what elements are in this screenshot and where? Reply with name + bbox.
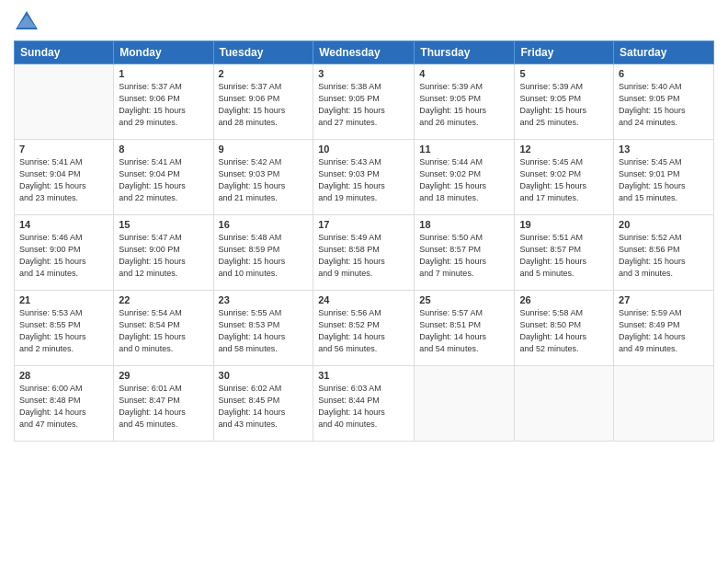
day-cell: 27Sunrise: 5:59 AM Sunset: 8:49 PM Dayli…: [614, 291, 714, 366]
day-detail: Sunrise: 5:42 AM Sunset: 9:03 PM Dayligh…: [219, 156, 309, 204]
day-number: 8: [119, 144, 208, 155]
week-row-1: 1Sunrise: 5:37 AM Sunset: 9:06 PM Daylig…: [15, 64, 714, 140]
day-detail: Sunrise: 5:47 AM Sunset: 9:00 PM Dayligh…: [119, 232, 208, 280]
day-number: 3: [318, 68, 409, 79]
day-cell: 6Sunrise: 5:40 AM Sunset: 9:05 PM Daylig…: [614, 64, 714, 140]
day-number: 21: [19, 294, 108, 305]
col-header-saturday: Saturday: [614, 41, 714, 64]
day-number: 13: [619, 144, 709, 155]
day-number: 18: [419, 219, 509, 230]
col-header-sunday: Sunday: [15, 41, 114, 64]
day-detail: Sunrise: 6:01 AM Sunset: 8:47 PM Dayligh…: [119, 383, 208, 431]
day-cell: 15Sunrise: 5:47 AM Sunset: 9:00 PM Dayli…: [114, 215, 213, 291]
calendar-header-row: SundayMondayTuesdayWednesdayThursdayFrid…: [15, 41, 714, 64]
day-number: 23: [219, 294, 309, 305]
day-detail: Sunrise: 5:51 AM Sunset: 8:57 PM Dayligh…: [519, 232, 609, 280]
day-number: 17: [318, 219, 409, 230]
day-cell: 14Sunrise: 5:46 AM Sunset: 9:00 PM Dayli…: [15, 215, 114, 291]
day-number: 20: [619, 219, 709, 230]
day-detail: Sunrise: 5:37 AM Sunset: 9:06 PM Dayligh…: [119, 81, 208, 129]
day-number: 27: [619, 294, 709, 305]
day-cell: 28Sunrise: 6:00 AM Sunset: 8:48 PM Dayli…: [15, 366, 114, 442]
day-detail: Sunrise: 5:53 AM Sunset: 8:55 PM Dayligh…: [19, 307, 108, 355]
day-cell: 30Sunrise: 6:02 AM Sunset: 8:45 PM Dayli…: [213, 366, 313, 442]
week-row-5: 28Sunrise: 6:00 AM Sunset: 8:48 PM Dayli…: [15, 366, 714, 442]
col-header-monday: Monday: [114, 41, 213, 64]
day-cell: 5Sunrise: 5:39 AM Sunset: 9:05 PM Daylig…: [515, 64, 614, 140]
day-number: 30: [219, 370, 309, 381]
day-cell: 13Sunrise: 5:45 AM Sunset: 9:01 PM Dayli…: [614, 140, 714, 215]
day-detail: Sunrise: 5:37 AM Sunset: 9:06 PM Dayligh…: [219, 81, 309, 129]
header: [14, 9, 714, 35]
day-cell: 12Sunrise: 5:45 AM Sunset: 9:02 PM Dayli…: [515, 140, 614, 215]
day-cell: 24Sunrise: 5:56 AM Sunset: 8:52 PM Dayli…: [313, 291, 415, 366]
day-detail: Sunrise: 5:55 AM Sunset: 8:53 PM Dayligh…: [219, 307, 309, 355]
day-detail: Sunrise: 5:41 AM Sunset: 9:04 PM Dayligh…: [119, 156, 208, 204]
day-cell: 2Sunrise: 5:37 AM Sunset: 9:06 PM Daylig…: [213, 64, 313, 140]
day-cell: 10Sunrise: 5:43 AM Sunset: 9:03 PM Dayli…: [313, 140, 415, 215]
day-cell: 4Sunrise: 5:39 AM Sunset: 9:05 PM Daylig…: [415, 64, 515, 140]
col-header-thursday: Thursday: [415, 41, 515, 64]
week-row-3: 14Sunrise: 5:46 AM Sunset: 9:00 PM Dayli…: [15, 215, 714, 291]
day-number: 29: [119, 370, 208, 381]
day-detail: Sunrise: 5:44 AM Sunset: 9:02 PM Dayligh…: [419, 156, 509, 204]
day-number: 7: [19, 144, 108, 155]
day-cell: 29Sunrise: 6:01 AM Sunset: 8:47 PM Dayli…: [114, 366, 213, 442]
day-cell: 1Sunrise: 5:37 AM Sunset: 9:06 PM Daylig…: [114, 64, 213, 140]
day-number: 14: [19, 219, 108, 230]
logo-icon: [14, 9, 40, 35]
day-cell: 19Sunrise: 5:51 AM Sunset: 8:57 PM Dayli…: [515, 215, 614, 291]
day-detail: Sunrise: 5:58 AM Sunset: 8:50 PM Dayligh…: [519, 307, 609, 355]
day-detail: Sunrise: 5:57 AM Sunset: 8:51 PM Dayligh…: [419, 307, 509, 355]
day-cell: 16Sunrise: 5:48 AM Sunset: 8:59 PM Dayli…: [213, 215, 313, 291]
day-cell: 17Sunrise: 5:49 AM Sunset: 8:58 PM Dayli…: [313, 215, 415, 291]
day-detail: Sunrise: 5:59 AM Sunset: 8:49 PM Dayligh…: [619, 307, 709, 355]
day-detail: Sunrise: 5:50 AM Sunset: 8:57 PM Dayligh…: [419, 232, 509, 280]
day-cell: [415, 366, 515, 442]
week-row-2: 7Sunrise: 5:41 AM Sunset: 9:04 PM Daylig…: [15, 140, 714, 215]
page: SundayMondayTuesdayWednesdayThursdayFrid…: [0, 0, 728, 563]
logo: [14, 9, 43, 35]
day-number: 2: [219, 68, 309, 79]
svg-marker-1: [17, 15, 36, 28]
col-header-wednesday: Wednesday: [313, 41, 415, 64]
day-number: 5: [519, 68, 609, 79]
day-cell: [15, 64, 114, 140]
day-number: 15: [119, 219, 208, 230]
day-number: 10: [318, 144, 409, 155]
day-detail: Sunrise: 5:41 AM Sunset: 9:04 PM Dayligh…: [19, 156, 108, 204]
day-cell: 11Sunrise: 5:44 AM Sunset: 9:02 PM Dayli…: [415, 140, 515, 215]
day-cell: 23Sunrise: 5:55 AM Sunset: 8:53 PM Dayli…: [213, 291, 313, 366]
day-number: 24: [318, 294, 409, 305]
col-header-tuesday: Tuesday: [213, 41, 313, 64]
day-number: 25: [419, 294, 509, 305]
col-header-friday: Friday: [515, 41, 614, 64]
day-number: 1: [119, 68, 208, 79]
day-number: 9: [219, 144, 309, 155]
day-number: 16: [219, 219, 309, 230]
day-number: 31: [318, 370, 409, 381]
day-number: 11: [419, 144, 509, 155]
day-cell: 9Sunrise: 5:42 AM Sunset: 9:03 PM Daylig…: [213, 140, 313, 215]
day-cell: 22Sunrise: 5:54 AM Sunset: 8:54 PM Dayli…: [114, 291, 213, 366]
day-detail: Sunrise: 6:03 AM Sunset: 8:44 PM Dayligh…: [318, 383, 409, 431]
day-detail: Sunrise: 5:54 AM Sunset: 8:54 PM Dayligh…: [119, 307, 208, 355]
day-detail: Sunrise: 5:45 AM Sunset: 9:02 PM Dayligh…: [519, 156, 609, 204]
day-detail: Sunrise: 5:48 AM Sunset: 8:59 PM Dayligh…: [219, 232, 309, 280]
week-row-4: 21Sunrise: 5:53 AM Sunset: 8:55 PM Dayli…: [15, 291, 714, 366]
day-cell: [614, 366, 714, 442]
day-number: 28: [19, 370, 108, 381]
day-detail: Sunrise: 6:00 AM Sunset: 8:48 PM Dayligh…: [19, 383, 108, 431]
day-detail: Sunrise: 6:02 AM Sunset: 8:45 PM Dayligh…: [219, 383, 309, 431]
day-number: 6: [619, 68, 709, 79]
day-detail: Sunrise: 5:40 AM Sunset: 9:05 PM Dayligh…: [619, 81, 709, 129]
day-detail: Sunrise: 5:46 AM Sunset: 9:00 PM Dayligh…: [19, 232, 108, 280]
day-number: 19: [519, 219, 609, 230]
day-detail: Sunrise: 5:56 AM Sunset: 8:52 PM Dayligh…: [318, 307, 409, 355]
day-cell: 3Sunrise: 5:38 AM Sunset: 9:05 PM Daylig…: [313, 64, 415, 140]
day-cell: 26Sunrise: 5:58 AM Sunset: 8:50 PM Dayli…: [515, 291, 614, 366]
day-detail: Sunrise: 5:43 AM Sunset: 9:03 PM Dayligh…: [318, 156, 409, 204]
day-cell: 18Sunrise: 5:50 AM Sunset: 8:57 PM Dayli…: [415, 215, 515, 291]
day-detail: Sunrise: 5:49 AM Sunset: 8:58 PM Dayligh…: [318, 232, 409, 280]
day-cell: 21Sunrise: 5:53 AM Sunset: 8:55 PM Dayli…: [15, 291, 114, 366]
